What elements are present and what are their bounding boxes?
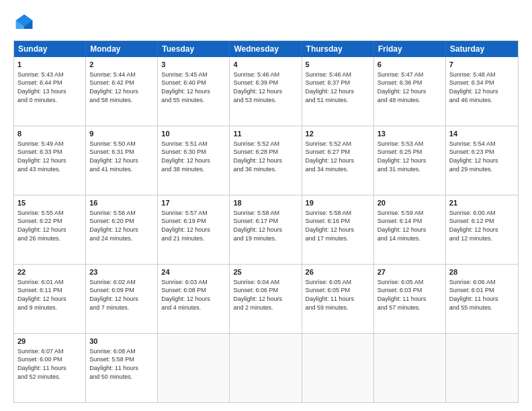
cell-text: Sunrise: 5:48 AM: [449, 71, 515, 79]
cell-text: Sunrise: 5:53 AM: [378, 140, 442, 148]
calendar-cell: 27Sunrise: 6:05 AMSunset: 6:03 PMDayligh…: [374, 265, 446, 333]
cell-text: and 57 minutes.: [378, 304, 442, 312]
cell-text: Sunset: 5:58 PM: [89, 355, 154, 364]
cell-text: Sunrise: 6:04 AM: [233, 278, 298, 287]
calendar-cell: 21Sunrise: 6:00 AMSunset: 6:12 PMDayligh…: [446, 195, 518, 264]
cell-text: Sunset: 6:37 PM: [306, 79, 370, 87]
day-number: 15: [17, 198, 82, 208]
cell-text: Daylight: 12 hours: [233, 295, 298, 304]
cell-text: Daylight: 12 hours: [17, 295, 82, 304]
cell-text: Sunrise: 5:59 AM: [378, 209, 442, 218]
calendar-cell: 15Sunrise: 5:55 AMSunset: 6:22 PMDayligh…: [14, 195, 86, 264]
logo: [13, 12, 38, 34]
calendar-cell: [446, 334, 518, 402]
calendar-cell: 26Sunrise: 6:05 AMSunset: 6:05 PMDayligh…: [302, 265, 374, 333]
day-number: 6: [378, 60, 442, 70]
calendar-row: 15Sunrise: 5:55 AMSunset: 6:22 PMDayligh…: [14, 195, 518, 264]
cell-text: Sunrise: 6:06 AM: [449, 278, 515, 287]
cell-text: Sunrise: 6:01 AM: [17, 278, 82, 287]
cell-text: Sunrise: 5:55 AM: [17, 209, 82, 218]
calendar-cell: 23Sunrise: 6:02 AMSunset: 6:09 PMDayligh…: [86, 265, 158, 333]
cell-text: and 55 minutes.: [161, 96, 226, 105]
cell-text: Daylight: 12 hours: [161, 295, 226, 304]
day-number: 14: [449, 129, 515, 139]
cell-text: Sunset: 6:14 PM: [378, 217, 442, 226]
calendar-cell: 2Sunrise: 5:44 AMSunset: 6:42 PMDaylight…: [86, 57, 158, 126]
cell-text: and 43 minutes.: [17, 165, 82, 174]
cell-text: Daylight: 12 hours: [378, 87, 442, 96]
cell-text: Daylight: 12 hours: [89, 226, 154, 234]
cell-text: Daylight: 12 hours: [161, 87, 226, 96]
weekday-header: Wednesday: [230, 41, 302, 57]
cell-text: and 48 minutes.: [378, 96, 442, 105]
cell-text: Daylight: 12 hours: [89, 156, 154, 165]
cell-text: Daylight: 12 hours: [449, 226, 515, 234]
cell-text: Sunrise: 5:58 AM: [233, 209, 298, 218]
calendar-cell: 19Sunrise: 5:58 AMSunset: 6:16 PMDayligh…: [302, 195, 374, 264]
cell-text: Sunset: 6:30 PM: [161, 148, 226, 156]
cell-text: Sunset: 6:17 PM: [233, 217, 298, 226]
day-number: 30: [89, 336, 154, 347]
weekday-header: Friday: [374, 41, 446, 57]
day-number: 24: [161, 267, 226, 277]
day-number: 25: [233, 267, 298, 277]
day-number: 16: [89, 198, 154, 208]
cell-text: Daylight: 12 hours: [233, 156, 298, 165]
calendar-cell: 30Sunrise: 6:08 AMSunset: 5:58 PMDayligh…: [86, 334, 158, 402]
cell-text: Daylight: 11 hours: [17, 364, 82, 373]
cell-text: Sunset: 6:12 PM: [449, 217, 515, 226]
cell-text: and 19 minutes.: [233, 234, 298, 243]
cell-text: and 36 minutes.: [233, 165, 298, 174]
cell-text: Sunrise: 5:49 AM: [17, 140, 82, 148]
calendar-cell: 8Sunrise: 5:49 AMSunset: 6:33 PMDaylight…: [14, 126, 86, 195]
calendar-cell: [230, 334, 302, 402]
day-number: 5: [306, 60, 370, 70]
cell-text: Daylight: 12 hours: [378, 226, 442, 234]
cell-text: and 9 minutes.: [17, 304, 82, 312]
day-number: 10: [161, 129, 226, 139]
calendar-row: 22Sunrise: 6:01 AMSunset: 6:11 PMDayligh…: [14, 264, 518, 333]
day-number: 26: [306, 267, 370, 277]
cell-text: Daylight: 12 hours: [378, 156, 442, 165]
day-number: 23: [89, 267, 154, 277]
cell-text: Sunrise: 5:51 AM: [161, 140, 226, 148]
cell-text: Sunset: 6:25 PM: [378, 148, 442, 156]
cell-text: Sunset: 6:28 PM: [233, 148, 298, 156]
calendar-body: 1Sunrise: 5:43 AMSunset: 6:44 PMDaylight…: [14, 57, 518, 402]
cell-text: and 38 minutes.: [161, 165, 226, 174]
cell-text: Daylight: 12 hours: [233, 87, 298, 96]
cell-text: Sunset: 6:01 PM: [449, 286, 515, 295]
cell-text: Daylight: 12 hours: [449, 87, 515, 96]
calendar-cell: 4Sunrise: 5:46 AMSunset: 6:39 PMDaylight…: [230, 57, 302, 126]
cell-text: Daylight: 12 hours: [233, 226, 298, 234]
cell-text: Daylight: 12 hours: [306, 226, 370, 234]
cell-text: Sunset: 6:44 PM: [17, 79, 82, 87]
cell-text: Sunset: 6:40 PM: [161, 79, 226, 87]
cell-text: Sunrise: 5:52 AM: [306, 140, 370, 148]
cell-text: Sunset: 6:09 PM: [89, 286, 154, 295]
calendar-cell: 9Sunrise: 5:50 AMSunset: 6:31 PMDaylight…: [86, 126, 158, 195]
day-number: 2: [89, 60, 154, 70]
cell-text: Sunrise: 5:43 AM: [17, 71, 82, 79]
day-number: 17: [161, 198, 226, 208]
cell-text: Sunrise: 5:47 AM: [378, 71, 442, 79]
cell-text: Daylight: 12 hours: [17, 156, 82, 165]
logo-icon: [13, 12, 35, 34]
weekday-header: Thursday: [302, 41, 374, 57]
cell-text: Sunset: 6:36 PM: [378, 79, 442, 87]
cell-text: Daylight: 12 hours: [89, 295, 154, 304]
cell-text: Sunrise: 5:46 AM: [233, 71, 298, 79]
calendar-cell: 6Sunrise: 5:47 AMSunset: 6:36 PMDaylight…: [374, 57, 446, 126]
calendar-cell: 12Sunrise: 5:52 AMSunset: 6:27 PMDayligh…: [302, 126, 374, 195]
cell-text: Sunset: 6:20 PM: [89, 217, 154, 226]
calendar-cell: 28Sunrise: 6:06 AMSunset: 6:01 PMDayligh…: [446, 265, 518, 333]
calendar-cell: [374, 334, 446, 402]
cell-text: Sunrise: 5:54 AM: [449, 140, 515, 148]
cell-text: Sunset: 6:00 PM: [17, 355, 82, 364]
cell-text: Sunset: 6:42 PM: [89, 79, 154, 87]
cell-text: Sunrise: 5:52 AM: [233, 140, 298, 148]
cell-text: Sunset: 6:06 PM: [233, 286, 298, 295]
day-number: 22: [17, 267, 82, 277]
calendar-cell: 18Sunrise: 5:58 AMSunset: 6:17 PMDayligh…: [230, 195, 302, 264]
weekday-header: Saturday: [446, 41, 518, 57]
